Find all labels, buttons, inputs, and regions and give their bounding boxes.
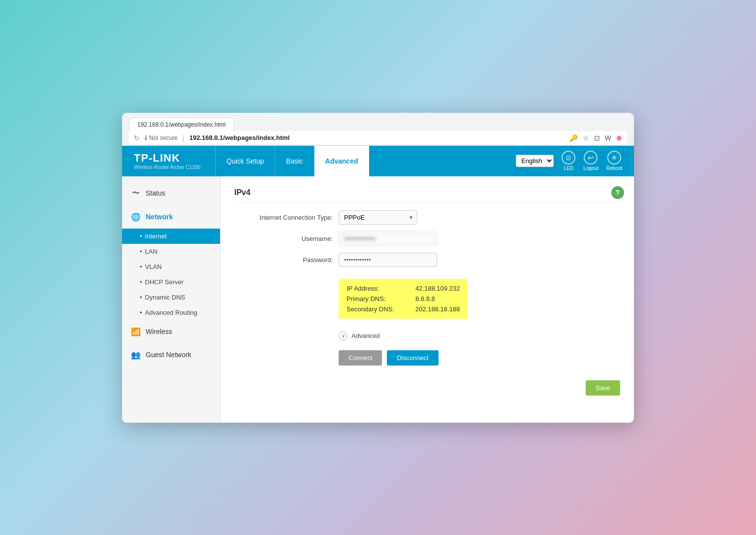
- url-separator: |: [183, 134, 185, 142]
- router-header: TP-LINK Wireless Router Archer C1200 Qui…: [122, 146, 634, 176]
- sidebar-item-guest-network[interactable]: 👥 Guest Network: [122, 343, 220, 367]
- username-input[interactable]: [339, 232, 437, 246]
- sidebar-item-status[interactable]: 〜 Status: [122, 181, 220, 205]
- router-model: Wireless Router Archer C1200: [134, 165, 200, 170]
- browser-tab-bar: 192.168.0.1/webpages/index.html: [129, 118, 627, 131]
- wireless-icon: 📶: [131, 327, 141, 336]
- content-area: ? IPv4 Internet Connection Type: PPPoE ▼: [220, 176, 634, 423]
- language-select[interactable]: English: [516, 155, 554, 167]
- nav-advanced[interactable]: Advanced: [315, 146, 370, 176]
- username-control: [339, 232, 437, 246]
- network-label: Network: [146, 213, 173, 221]
- not-secure-indicator: ℹ Not secure: [145, 134, 178, 141]
- browser-tab[interactable]: 192.168.0.1/webpages/index.html: [129, 118, 234, 131]
- chevron-down-icon: ∨: [339, 332, 347, 340]
- bullet-vlan: •: [140, 263, 142, 270]
- advanced-toggle[interactable]: ∨ Advanced: [339, 332, 620, 340]
- save-row: Save: [234, 375, 620, 396]
- save-button[interactable]: Save: [586, 380, 620, 396]
- sidebar-sub-internet[interactable]: • Internet: [122, 229, 220, 244]
- refresh-icon[interactable]: ↻: [134, 134, 140, 142]
- tab-url: 192.168.0.1/webpages/index.html: [137, 121, 225, 128]
- browser-chrome: 192.168.0.1/webpages/index.html ↻ ℹ Not …: [122, 113, 634, 146]
- network-submenu: • Internet • LAN • VLAN • DHCP Server: [122, 229, 220, 320]
- info-icon: ℹ: [145, 134, 147, 141]
- primary-dns-label: Primary DNS:: [346, 295, 406, 302]
- bullet-internet: •: [140, 233, 142, 240]
- header-nav: Quick Setup Basic Advanced: [215, 146, 516, 176]
- wireless-label: Wireless: [146, 328, 172, 335]
- browser-address-bar: ↻ ℹ Not secure | 192.168.0.1/webpages/in…: [129, 131, 627, 145]
- guest-network-label: Guest Network: [146, 351, 191, 359]
- action-buttons: Connect Disconnect: [339, 350, 620, 366]
- reboot-icon: ✳: [607, 151, 621, 165]
- guest-network-icon: 👥: [131, 350, 141, 360]
- sidebar-item-wireless[interactable]: 📶 Wireless: [122, 320, 220, 343]
- password-input[interactable]: [339, 253, 437, 267]
- bullet-dhcp: •: [140, 278, 142, 286]
- connection-type-label: Internet Connection Type:: [234, 214, 333, 221]
- sidebar-sub-lan[interactable]: • LAN: [122, 244, 220, 259]
- username-label: Username:: [234, 235, 333, 242]
- star-icon[interactable]: ☆: [583, 134, 589, 142]
- logout-icon: ↩: [584, 151, 598, 165]
- bullet-lan: •: [140, 248, 142, 255]
- led-icon: ⊙: [562, 151, 575, 165]
- connection-type-control: PPPoE ▼: [339, 210, 417, 225]
- sidebar-item-network[interactable]: 🌐 Network: [122, 205, 220, 229]
- brand-name: TP-LINK: [134, 152, 200, 165]
- key-icon[interactable]: 🔑: [569, 134, 578, 142]
- bullet-ddns: •: [140, 294, 142, 301]
- disconnect-button[interactable]: Disconnect: [387, 350, 438, 366]
- sidebar-sub-advanced-routing[interactable]: • Advanced Routing: [122, 305, 220, 320]
- section-title: IPv4: [234, 188, 620, 202]
- w-icon[interactable]: W: [605, 134, 611, 142]
- nav-quick-setup[interactable]: Quick Setup: [215, 146, 275, 176]
- browser-toolbar-icons: 🔑 ☆ ⊡ W ⊕: [569, 134, 622, 142]
- advanced-label: Advanced: [351, 332, 380, 339]
- secondary-dns-value: 202.188.18.188: [415, 305, 460, 313]
- browser-window: 192.168.0.1/webpages/index.html ↻ ℹ Not …: [122, 113, 634, 423]
- sidebar-sub-dynamic-dns[interactable]: • Dynamic DNS: [122, 290, 220, 305]
- reboot-button[interactable]: ✳ Reboot: [606, 151, 622, 171]
- status-label: Status: [146, 189, 165, 197]
- password-label: Password:: [234, 256, 333, 264]
- connection-type-row: Internet Connection Type: PPPoE ▼: [234, 210, 620, 225]
- password-control: [339, 253, 437, 267]
- ip-address-row: IP Address: 42.188.109.232: [346, 285, 460, 292]
- tp-link-logo: TP-LINK Wireless Router Archer C1200: [134, 152, 200, 170]
- pinterest-icon[interactable]: ⊕: [616, 134, 622, 142]
- nav-basic[interactable]: Basic: [275, 146, 314, 176]
- ip-address-value: 42.188.109.232: [415, 285, 460, 292]
- username-row: Username:: [234, 232, 620, 246]
- primary-dns-row: Primary DNS: 8.8.8.8: [346, 295, 460, 302]
- primary-dns-value: 8.8.8.8: [415, 295, 435, 302]
- connection-type-select[interactable]: PPPoE: [339, 210, 417, 225]
- status-icon: 〜: [131, 188, 141, 199]
- secondary-dns-label: Secondary DNS:: [346, 305, 406, 313]
- address-url[interactable]: 192.168.0.1/webpages/index.html: [189, 134, 565, 141]
- screen-icon[interactable]: ⊡: [594, 134, 600, 142]
- network-icon: 🌐: [131, 212, 141, 222]
- header-right: English ⊙ LED ↩ Logout ✳ Reboot: [516, 151, 622, 171]
- connection-type-select-wrapper: PPPoE ▼: [339, 210, 417, 225]
- connect-button[interactable]: Connect: [339, 350, 382, 366]
- help-button[interactable]: ?: [611, 186, 624, 199]
- bullet-adv-routing: •: [140, 309, 142, 316]
- ip-address-label: IP Address:: [346, 285, 406, 292]
- router-ui: TP-LINK Wireless Router Archer C1200 Qui…: [122, 146, 634, 423]
- secondary-dns-row: Secondary DNS: 202.188.18.188: [346, 305, 460, 313]
- sidebar: 〜 Status 🌐 Network • Internet • LAN: [122, 176, 220, 423]
- password-row: Password:: [234, 253, 620, 267]
- connection-info-box: IP Address: 42.188.109.232 Primary DNS: …: [339, 279, 468, 319]
- logout-button[interactable]: ↩ Logout: [583, 151, 598, 171]
- sidebar-sub-dhcp[interactable]: • DHCP Server: [122, 274, 220, 290]
- sidebar-sub-vlan[interactable]: • VLAN: [122, 259, 220, 274]
- led-button[interactable]: ⊙ LED: [562, 151, 575, 171]
- main-layout: 〜 Status 🌐 Network • Internet • LAN: [122, 176, 634, 423]
